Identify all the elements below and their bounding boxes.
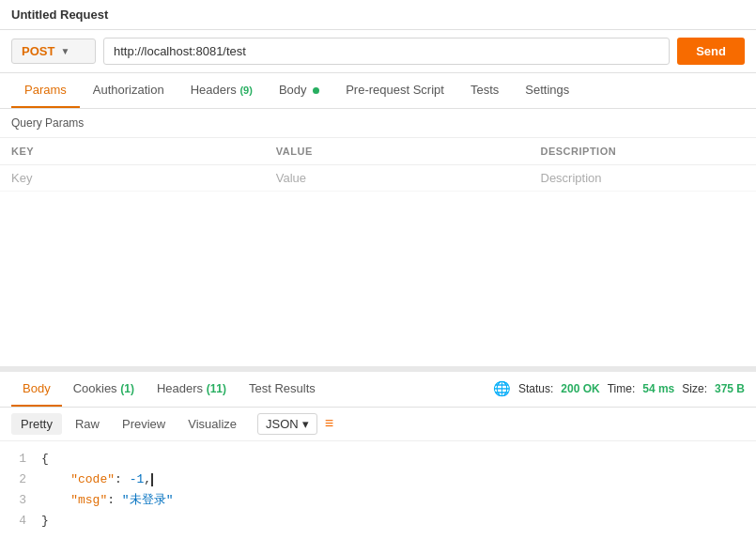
headers-badge: (9) [239, 85, 252, 96]
code-content-2: "code": -1, [41, 470, 153, 490]
response-tabs-bar: Body Cookies (1) Headers (11) Test Resul… [0, 372, 756, 408]
line-num-4: 4 [11, 511, 26, 531]
method-select[interactable]: POST ▼ [11, 38, 96, 64]
title-bar: Untitled Request [0, 0, 756, 30]
line-num-1: 1 [11, 449, 26, 470]
resp-tab-body[interactable]: Body [11, 372, 62, 407]
globe-icon: 🌐 [493, 380, 511, 397]
line-num-3: 3 [11, 490, 26, 511]
tab-authorization[interactable]: Authorization [80, 73, 177, 108]
send-button[interactable]: Send [677, 38, 745, 65]
page-title: Untitled Request [11, 8, 108, 22]
query-params-section: Query Params KEY VALUE DESCRIPTION Key V… [0, 109, 756, 192]
resp-tab-headers[interactable]: Headers (11) [146, 372, 238, 407]
raw-button[interactable]: Raw [66, 413, 109, 435]
cookies-badge: (1) [120, 382, 134, 395]
code-content-3: "msg": "未登录" [41, 490, 173, 511]
code-line-1: 1 { [11, 449, 745, 470]
tab-headers[interactable]: Headers (9) [177, 73, 266, 108]
col-key: KEY [0, 138, 265, 165]
url-input[interactable] [103, 38, 670, 65]
resp-tab-cookies[interactable]: Cookies (1) [62, 372, 146, 407]
key-cell[interactable]: Key [0, 165, 265, 192]
response-status-bar: 🌐 Status: 200 OK Time: 54 ms Size: 375 B [493, 380, 745, 397]
visualize-button[interactable]: Visualize [178, 413, 246, 435]
format-label: JSON [266, 417, 299, 431]
query-params-header: Query Params [0, 109, 756, 138]
code-content-1: { [41, 449, 49, 470]
status-label: Status: [518, 382, 553, 395]
size-label: Size: [682, 382, 707, 395]
body-active-dot [313, 87, 319, 94]
app-container: Untitled Request POST ▼ Send Params Auth… [0, 0, 756, 539]
resp-tab-test-results[interactable]: Test Results [238, 372, 327, 407]
chevron-down-icon: ▼ [60, 46, 69, 56]
col-desc: DESCRIPTION [530, 138, 757, 165]
table-header-row: KEY VALUE DESCRIPTION [0, 138, 756, 165]
preview-button[interactable]: Preview [113, 413, 175, 435]
time-value: 54 ms [642, 382, 674, 395]
line-num-2: 2 [11, 470, 26, 490]
resp-headers-badge: (11) [207, 382, 226, 395]
size-value: 375 B [715, 382, 745, 395]
code-output: 1 { 2 "code": -1, 3 "msg": "未登录" 4 } [0, 441, 756, 539]
response-section: Body Cookies (1) Headers (11) Test Resul… [0, 366, 756, 539]
format-chevron-icon: ▾ [302, 417, 309, 431]
format-toolbar: Pretty Raw Preview Visualize JSON ▾ ≡ [0, 408, 756, 441]
tab-body[interactable]: Body [266, 73, 332, 108]
pretty-button[interactable]: Pretty [11, 413, 62, 435]
url-bar: POST ▼ Send [0, 30, 756, 73]
tab-params[interactable]: Params [11, 73, 80, 108]
code-content-4: } [41, 511, 49, 531]
desc-cell[interactable]: Description [530, 165, 757, 192]
tab-settings[interactable]: Settings [512, 73, 582, 108]
params-table: KEY VALUE DESCRIPTION Key Value Descript… [0, 138, 756, 192]
wrap-button[interactable]: ≡ [325, 415, 333, 432]
spacer [0, 192, 756, 366]
method-label: POST [22, 44, 54, 58]
table-row: Key Value Description [0, 165, 756, 192]
tab-tests[interactable]: Tests [457, 73, 512, 108]
status-value: 200 OK [561, 382, 599, 395]
request-tabs: Params Authorization Headers (9) Body Pr… [0, 73, 756, 109]
code-line-3: 3 "msg": "未登录" [11, 490, 745, 511]
time-label: Time: [608, 382, 636, 395]
tab-pre-request[interactable]: Pre-request Script [332, 73, 457, 108]
value-cell[interactable]: Value [265, 165, 530, 192]
code-line-2: 2 "code": -1, [11, 470, 745, 490]
format-select[interactable]: JSON ▾ [257, 413, 317, 435]
code-line-4: 4 } [11, 511, 745, 531]
col-value: VALUE [265, 138, 530, 165]
